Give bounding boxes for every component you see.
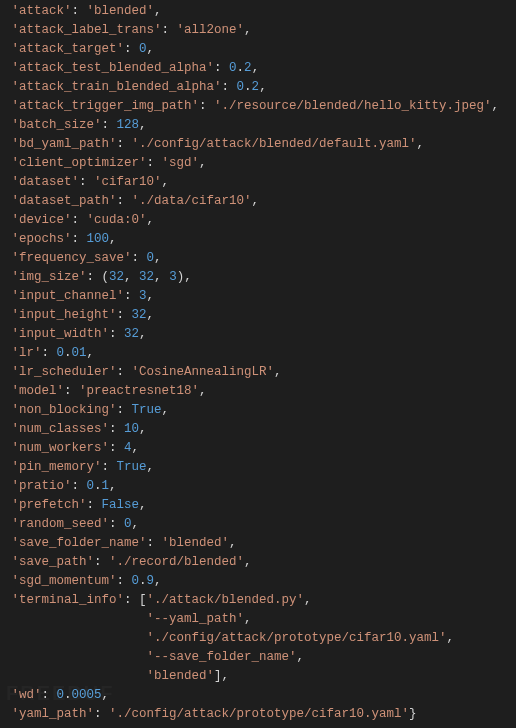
config-line: 'yaml_path': './config/attack/prototype/… xyxy=(4,705,512,724)
config-line: 'num_classes': 10, xyxy=(4,420,512,439)
config-line: 'device': 'cuda:0', xyxy=(4,211,512,230)
config-line: 'input_channel': 3, xyxy=(4,287,512,306)
code-block: 'attack': 'blended', 'attack_label_trans… xyxy=(4,2,512,724)
config-line: 'pin_memory': True, xyxy=(4,458,512,477)
config-line: 'img_size': (32, 32, 3), xyxy=(4,268,512,287)
config-line: 'input_width': 32, xyxy=(4,325,512,344)
config-line: 'batch_size': 128, xyxy=(4,116,512,135)
config-line: 'dataset_path': './data/cifar10', xyxy=(4,192,512,211)
config-line: 'attack_test_blended_alpha': 0.2, xyxy=(4,59,512,78)
config-line: 'blended'], xyxy=(4,667,512,686)
config-line: './config/attack/prototype/cifar10.yaml'… xyxy=(4,629,512,648)
config-line: 'epochs': 100, xyxy=(4,230,512,249)
config-line: 'non_blocking': True, xyxy=(4,401,512,420)
config-line: 'input_height': 32, xyxy=(4,306,512,325)
config-line: 'pratio': 0.1, xyxy=(4,477,512,496)
config-line: 'wd': 0.0005, xyxy=(4,686,512,705)
config-line: 'num_workers': 4, xyxy=(4,439,512,458)
config-line: 'attack_label_trans': 'all2one', xyxy=(4,21,512,40)
config-line: 'lr': 0.01, xyxy=(4,344,512,363)
config-line: 'attack': 'blended', xyxy=(4,2,512,21)
config-line: 'attack_target': 0, xyxy=(4,40,512,59)
config-line: 'terminal_info': ['./attack/blended.py', xyxy=(4,591,512,610)
config-line: 'attack_train_blended_alpha': 0.2, xyxy=(4,78,512,97)
config-line: 'sgd_momentum': 0.9, xyxy=(4,572,512,591)
config-line: 'attack_trigger_img_path': './resource/b… xyxy=(4,97,512,116)
config-line: 'lr_scheduler': 'CosineAnnealingLR', xyxy=(4,363,512,382)
config-line: 'model': 'preactresnet18', xyxy=(4,382,512,401)
config-line: 'bd_yaml_path': './config/attack/blended… xyxy=(4,135,512,154)
config-line: '--save_folder_name', xyxy=(4,648,512,667)
config-line: 'save_folder_name': 'blended', xyxy=(4,534,512,553)
config-line: '--yaml_path', xyxy=(4,610,512,629)
config-line: 'client_optimizer': 'sgd', xyxy=(4,154,512,173)
config-line: 'dataset': 'cifar10', xyxy=(4,173,512,192)
config-line: 'frequency_save': 0, xyxy=(4,249,512,268)
config-line: 'save_path': './record/blended', xyxy=(4,553,512,572)
config-line: 'prefetch': False, xyxy=(4,496,512,515)
config-line: 'random_seed': 0, xyxy=(4,515,512,534)
